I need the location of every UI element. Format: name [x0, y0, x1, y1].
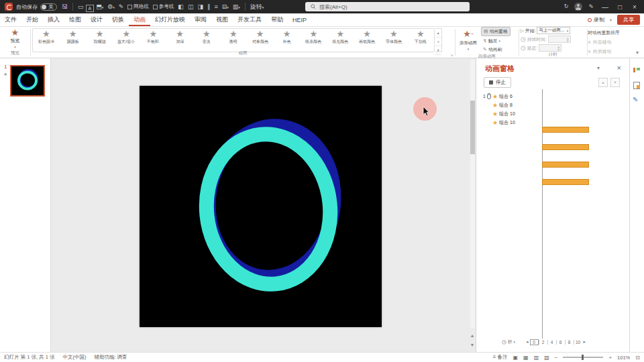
tab-view[interactable]: 视图	[211, 13, 233, 26]
gallery-item-teeter[interactable]: ★跷跷板	[60, 29, 87, 52]
tab-developer[interactable]: 开发工具	[233, 13, 266, 26]
new-slide-icon[interactable]: ▭	[76, 0, 86, 13]
timeline-bar[interactable]	[542, 162, 589, 168]
gallery-item-complementary-color[interactable]: ★补色	[274, 29, 301, 52]
gallery-item-font-color[interactable]: ★字体颜色	[380, 29, 407, 52]
animation-list-item[interactable]: ★ 组合 10	[476, 109, 630, 118]
sync-icon[interactable]: ↻	[562, 0, 571, 13]
scroll-left-icon[interactable]: ◂	[525, 339, 530, 345]
pane-dropdown-icon[interactable]: ▾	[597, 65, 600, 71]
preview-button[interactable]: ★ 预览 ▾	[0, 27, 30, 50]
chart-icon[interactable]: ▥▾	[231, 0, 242, 14]
align-right-icon[interactable]: ◨	[195, 0, 205, 13]
selection-pane-icon[interactable]	[633, 80, 641, 89]
save-icon[interactable]: 🖫	[60, 0, 70, 13]
fit-to-window-icon[interactable]: ⊡	[635, 355, 640, 361]
guides-checkbox[interactable]: 参考线	[151, 3, 176, 10]
vertical-scrollbar[interactable]	[470, 60, 475, 328]
text-box-icon[interactable]: A	[86, 5, 95, 12]
align-center-icon[interactable]: ◫	[186, 0, 196, 13]
dialog-launcher-icon[interactable]: ↘	[450, 52, 453, 57]
timeline-bar[interactable]	[542, 127, 589, 133]
scroll-up-icon[interactable]: ▲	[435, 29, 441, 38]
shapes-icon[interactable]: ⬒▾	[94, 0, 105, 14]
previous-slide-icon[interactable]: ▲	[470, 333, 475, 338]
format-painter-icon[interactable]: ✎	[117, 0, 126, 13]
animation-painter-button[interactable]: ✎动画刷	[481, 46, 511, 54]
gallery-item-spin[interactable]: ★陀螺旋	[87, 29, 113, 52]
reading-view-icon[interactable]: ▥	[534, 355, 539, 361]
animation-list-item[interactable]: ★ 组合 10	[476, 118, 630, 127]
autosave-toggle[interactable]: 关	[40, 3, 57, 11]
gridlines-checkbox[interactable]: 网格线	[125, 3, 151, 10]
zoom-in-icon[interactable]: +	[608, 355, 612, 361]
settings-gear-icon[interactable]: ⚙▾	[105, 0, 117, 14]
align-left-icon[interactable]: ◧	[176, 0, 186, 13]
gallery-item-desaturate[interactable]: ★不饱和	[140, 29, 166, 52]
notes-button[interactable]: ≡ 备注	[493, 354, 508, 361]
tab-design[interactable]: 设计	[86, 13, 107, 26]
slide-thumbnail[interactable]	[10, 65, 45, 97]
delay-input[interactable]: ▲▼	[539, 44, 561, 52]
plugin-panel-icon[interactable]	[633, 65, 641, 74]
stop-button[interactable]: 停止	[484, 77, 511, 88]
zoom-percent[interactable]: 101%	[617, 355, 630, 361]
record-button[interactable]: 录制	[588, 16, 604, 23]
gallery-item-brush-color[interactable]: ★画笔颜色	[354, 29, 380, 52]
gallery-item-line-color[interactable]: ★线条颜色	[300, 29, 327, 52]
ink-edit-icon[interactable]: ✎	[586, 0, 596, 13]
restore-button[interactable]: □	[614, 3, 625, 11]
slide-sorter-view-icon[interactable]: ▦	[523, 355, 529, 361]
timeline-bar[interactable]	[542, 179, 589, 185]
tab-draw[interactable]: 绘图	[64, 13, 86, 26]
move-up-button[interactable]: ▲	[598, 78, 608, 87]
gallery-item-color-pulse[interactable]: ★彩色脉冲	[33, 29, 60, 52]
gallery-item-transparency[interactable]: ★透明	[220, 29, 247, 52]
move-down-button[interactable]: ▼	[610, 78, 620, 87]
tab-help[interactable]: 帮助	[266, 13, 288, 26]
collapse-ribbon-icon[interactable]: ▾	[636, 50, 639, 56]
slideshow-view-icon[interactable]: ▧	[544, 355, 549, 361]
rotate-dropdown[interactable]: 旋转▾	[248, 0, 266, 14]
move-earlier-button[interactable]: ∧向前移动	[588, 39, 644, 46]
pane-close-icon[interactable]: ×	[617, 64, 621, 72]
gallery-item-fill-color[interactable]: ★填充颜色	[327, 29, 354, 52]
minimize-button[interactable]: —	[600, 3, 610, 11]
scrollbar-thumb[interactable]	[470, 101, 475, 154]
search-input[interactable]: 搜索(Alt+Q)	[305, 2, 470, 11]
chevron-down-icon[interactable]: ▾	[610, 17, 612, 22]
gallery-item-darken[interactable]: ★加深	[166, 29, 193, 52]
format-brush-icon[interactable]: ✎	[633, 96, 641, 105]
tab-slideshow[interactable]: 幻灯片放映	[150, 13, 190, 26]
scroll-more-icon[interactable]: ≡	[435, 38, 441, 46]
user-avatar[interactable]	[574, 3, 582, 11]
zoom-slider[interactable]	[563, 357, 603, 358]
slide[interactable]	[140, 86, 382, 327]
gallery-item-object-color[interactable]: ★对象颜色	[247, 29, 274, 52]
normal-view-icon[interactable]: ▣	[513, 355, 519, 361]
animation-list-item[interactable]: 1 ★ 组合 6	[476, 92, 630, 101]
gallery-scrollbar[interactable]: ▲ ≡ ▼	[435, 28, 442, 52]
tab-review[interactable]: 审阅	[190, 13, 211, 26]
animation-list-item[interactable]: ★ 组合 8	[476, 101, 630, 109]
animation-pane-button[interactable]: ▤动画窗格	[481, 27, 511, 36]
start-dropdown[interactable]: 与上一动画...▾	[537, 27, 570, 34]
gallery-item-underline[interactable]: ★下划线	[407, 29, 434, 52]
zoom-out-icon[interactable]: −	[555, 355, 558, 361]
tab-transitions[interactable]: 切换	[107, 13, 129, 26]
group-objects-icon[interactable]: ⊟▾	[220, 0, 231, 14]
add-animation-button[interactable]: ★⁺ 添加动画 ▾	[455, 27, 481, 54]
tab-animations[interactable]: 动画	[129, 13, 150, 26]
close-button[interactable]: ×	[629, 3, 640, 11]
timeline-bar[interactable]	[542, 144, 589, 150]
accessibility-status[interactable]: 辅助功能: 调查	[94, 354, 127, 361]
distribute-vertical-icon[interactable]: ≡	[212, 0, 219, 13]
language-indicator[interactable]: 中文(中国)	[62, 354, 86, 361]
tab-insert[interactable]: 插入	[43, 13, 64, 26]
gallery-item-lighten[interactable]: ★变淡	[193, 29, 220, 52]
trigger-button[interactable]: ↯触发▾	[481, 37, 511, 45]
seconds-dropdown[interactable]: 秒 ▾	[502, 339, 515, 345]
tab-home[interactable]: 开始	[21, 13, 43, 26]
duration-input[interactable]: ▲▼	[548, 36, 571, 43]
tab-file[interactable]: 文件	[0, 13, 21, 26]
